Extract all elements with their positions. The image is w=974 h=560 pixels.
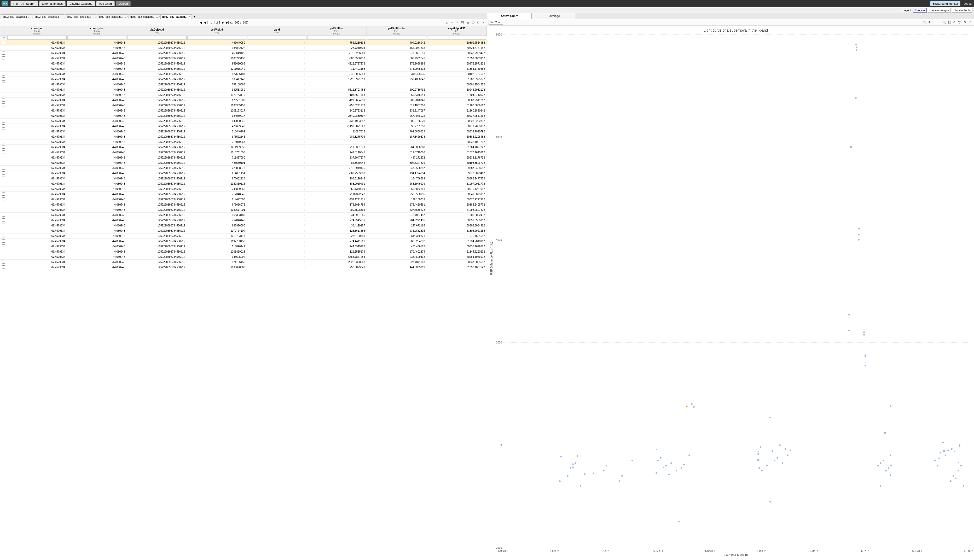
data-point[interactable] [560, 456, 562, 457]
row-checkbox[interactable] [2, 109, 5, 112]
row-checkbox[interactable] [2, 57, 5, 60]
row-checkbox[interactable] [2, 166, 5, 170]
scatter-plot[interactable]: PSF Difference Flux (nJy) Time (MJD-6000… [503, 35, 969, 548]
column-filter-input[interactable] [367, 36, 426, 40]
row-checkbox[interactable] [2, 119, 5, 122]
data-point[interactable] [660, 457, 662, 459]
row-checkbox[interactable] [2, 114, 5, 117]
table-row[interactable]: 67.4579634-44.08024312522205987345562121… [0, 92, 487, 98]
upload-button[interactable]: Upload [116, 1, 131, 6]
table-row[interactable]: 67.4579634-44.08024312522205987345562125… [0, 244, 487, 249]
layout-bi-view-table[interactable]: Bi-view Table [952, 8, 972, 13]
row-checkbox[interactable] [2, 177, 5, 180]
table-row[interactable]: 67.4579634-44.08024312522205987345562121… [0, 145, 487, 150]
data-point[interactable] [939, 458, 940, 459]
data-point[interactable] [955, 478, 956, 479]
column-filter-input[interactable] [7, 36, 67, 40]
first-page-icon[interactable]: |◀ [198, 21, 202, 24]
close-tab-icon[interactable]: × [63, 15, 64, 18]
table-row[interactable]: 67.4579634-44.08024312522205987345562129… [0, 87, 487, 92]
data-point[interactable] [884, 432, 886, 434]
row-checkbox[interactable] [2, 93, 5, 97]
data-point[interactable] [668, 474, 670, 475]
data-point[interactable] [693, 406, 695, 408]
row-checkbox[interactable] [2, 41, 5, 44]
data-point[interactable] [570, 467, 571, 469]
data-point[interactable] [559, 480, 561, 482]
data-point[interactable] [769, 417, 771, 418]
table-row[interactable]: 67.4579634-44.08024312522205987345562121… [0, 249, 487, 254]
data-point[interactable] [782, 462, 783, 464]
table-row[interactable]: 67.4579634-44.08024312522205987345562121… [0, 66, 487, 72]
external-catalogs-button[interactable]: External Catalogs [67, 1, 95, 6]
row-checkbox[interactable] [2, 51, 5, 55]
result-tab[interactable]: dp02_dc2_catalogs.F…× [1, 14, 32, 19]
column-filter-input[interactable] [127, 36, 187, 40]
data-point[interactable] [856, 44, 857, 45]
data-point[interactable] [952, 475, 954, 477]
table-row[interactable]: 67.4579634-44.08024312522205987345562127… [0, 140, 487, 145]
data-point[interactable] [577, 455, 578, 457]
next-page-icon[interactable]: ▶ [221, 21, 224, 24]
data-point[interactable] [850, 147, 852, 148]
row-checkbox[interactable] [2, 130, 5, 133]
data-point[interactable] [584, 473, 585, 475]
table-row[interactable]: 67.4579634-44.08024312522205987345562126… [0, 134, 487, 140]
row-checkbox[interactable] [2, 145, 5, 148]
table-row[interactable]: 67.4579634-44.08024312522205987345562121… [0, 233, 487, 239]
data-point[interactable] [858, 228, 860, 229]
table-row[interactable]: 67.4579634-44.08024312522205987345562124… [0, 40, 487, 45]
data-point[interactable] [655, 472, 657, 474]
data-point[interactable] [958, 462, 959, 463]
column-header[interactable]: coord_ra(deg)double [7, 27, 67, 36]
row-checkbox[interactable] [2, 140, 5, 143]
data-point[interactable] [761, 470, 763, 472]
column-header[interactable]: psfDiffFlux(nJy)double [307, 27, 367, 36]
data-point[interactable] [880, 462, 882, 464]
external-images-button[interactable]: External Images [39, 1, 65, 6]
data-point[interactable] [855, 97, 857, 99]
data-point[interactable] [959, 445, 961, 447]
expand-chart-icon[interactable]: ⤢ [969, 21, 972, 24]
table-row[interactable]: 67.4579634-44.08024312522205987345562124… [0, 72, 487, 77]
page-input[interactable] [207, 21, 215, 24]
row-checkbox[interactable] [2, 46, 5, 49]
data-point[interactable] [680, 467, 682, 469]
data-point[interactable] [942, 442, 944, 443]
table-row[interactable]: 67.4579634-44.08024312522205987345562129… [0, 113, 487, 118]
data-point[interactable] [575, 462, 576, 464]
data-point[interactable] [772, 450, 773, 452]
result-tab[interactable]: dp02_dc2_catalogs.F…× [33, 14, 64, 19]
table-row[interactable]: 67.4579634-44.08024312522205987345562121… [0, 239, 487, 244]
data-point[interactable] [657, 460, 659, 461]
table-row[interactable]: 67.4579634-44.08024312522205987345562129… [0, 213, 487, 218]
data-point[interactable] [572, 467, 574, 468]
tab-active-chart[interactable]: Active Chart [487, 13, 531, 19]
row-checkbox[interactable] [2, 213, 5, 217]
data-point[interactable] [779, 444, 781, 446]
table-row[interactable]: 67.4579634-44.08024312522205987345562121… [0, 150, 487, 155]
data-point[interactable] [939, 452, 941, 453]
data-point[interactable] [950, 480, 952, 482]
data-point[interactable] [882, 460, 884, 461]
result-tab[interactable]: dp02_dc2_catalogs.F…× [65, 14, 96, 19]
layout-bi-view-images[interactable]: Bi-view Images [928, 8, 951, 13]
data-point[interactable] [945, 455, 946, 456]
row-checkbox[interactable] [2, 88, 5, 91]
row-checkbox[interactable] [2, 245, 5, 248]
table-row[interactable]: 67.4579634-44.08024312522205987345562121… [0, 56, 487, 61]
rsp-tap-search-button[interactable]: RSP TAP Search [10, 1, 38, 6]
data-point[interactable] [603, 470, 605, 472]
data-point[interactable] [934, 460, 936, 461]
table-row[interactable]: 67.4579634-44.08024312522205987345562126… [0, 202, 487, 207]
row-checkbox[interactable] [2, 265, 5, 269]
row-checkbox[interactable] [2, 239, 5, 243]
row-checkbox[interactable] [2, 255, 5, 258]
table-row[interactable]: 67.4579634-44.08024312522205987345562121… [0, 207, 487, 213]
row-checkbox[interactable] [2, 103, 5, 107]
data-point[interactable] [864, 355, 866, 356]
data-point[interactable] [848, 314, 850, 315]
table-row[interactable]: 67.4579634-44.08024312522205987345562124… [0, 124, 487, 129]
row-checkbox[interactable] [2, 135, 5, 138]
table-row[interactable]: 67.4579634-44.08024312522205987345562121… [0, 228, 487, 233]
